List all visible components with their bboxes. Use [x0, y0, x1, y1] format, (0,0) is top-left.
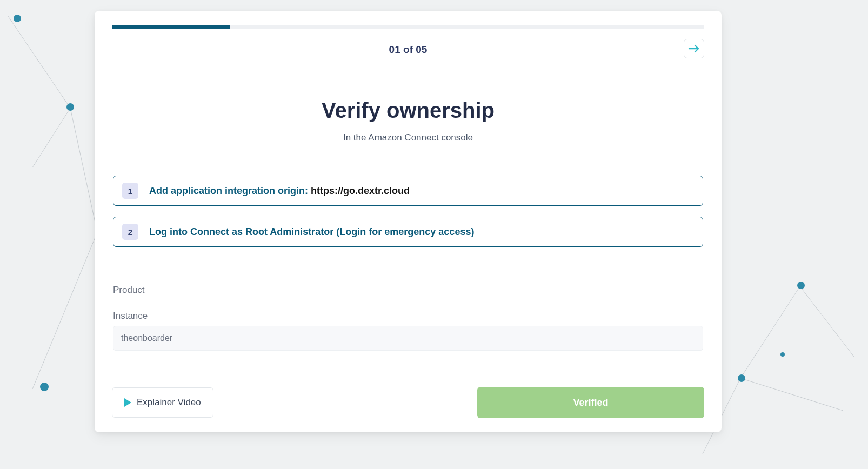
verified-button[interactable]: Verified [477, 387, 704, 418]
svg-point-6 [40, 383, 49, 391]
svg-line-0 [8, 16, 70, 108]
page-subtitle: In the Amazon Connect console [112, 132, 704, 143]
svg-line-8 [740, 286, 800, 378]
progress-bar [112, 25, 704, 29]
step-counter: 01 of 05 [389, 44, 428, 55]
product-label: Product [113, 285, 703, 296]
svg-point-11 [797, 282, 805, 289]
svg-line-1 [32, 108, 70, 168]
svg-point-4 [14, 15, 21, 22]
step-number-badge: 1 [122, 183, 138, 199]
arrow-right-icon [688, 44, 700, 53]
svg-point-5 [66, 103, 74, 111]
svg-point-12 [738, 374, 745, 382]
next-button[interactable] [684, 39, 704, 58]
onboarding-card: 01 of 05 Verify ownership In the Amazon … [95, 11, 722, 432]
step-number-badge: 2 [122, 224, 138, 240]
step-text: Log into Connect as Root Administrator (… [149, 226, 474, 238]
instance-input[interactable] [113, 326, 703, 351]
progress-fill [112, 25, 230, 29]
svg-line-9 [740, 378, 843, 411]
play-icon [124, 398, 131, 407]
svg-point-13 [780, 352, 785, 357]
page-title: Verify ownership [112, 98, 704, 123]
svg-line-7 [800, 286, 854, 357]
explainer-label: Explainer Video [137, 397, 201, 408]
instruction-step-2[interactable]: 2 Log into Connect as Root Administrator… [113, 217, 703, 247]
svg-line-2 [70, 108, 97, 232]
instruction-step-1[interactable]: 1 Add application integration origin: ht… [113, 176, 703, 206]
instance-label: Instance [113, 311, 703, 321]
explainer-video-button[interactable]: Explainer Video [112, 387, 213, 418]
step-text: Add application integration origin: http… [149, 185, 410, 197]
svg-line-3 [32, 232, 97, 389]
